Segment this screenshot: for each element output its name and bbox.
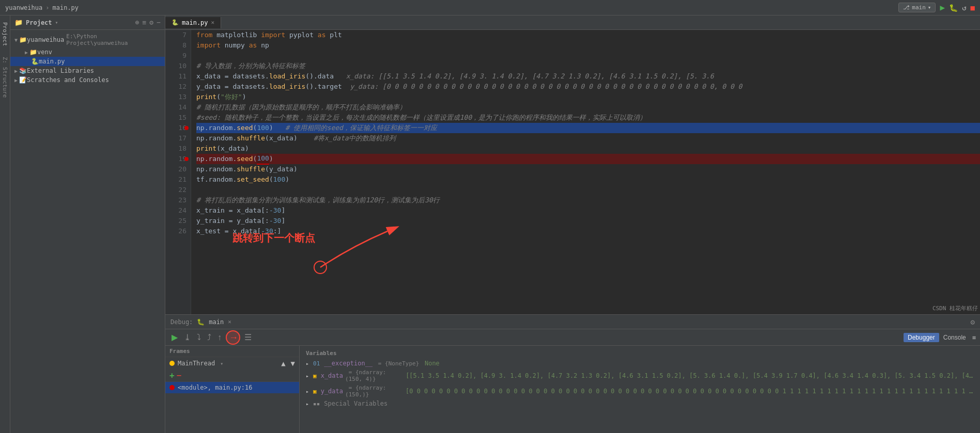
line-num-9: 9 [169, 51, 186, 61]
var-ydata-name: y_data [321, 388, 343, 395]
main-content: Project Z: Structure 📁 Project ▾ ⊕ ≡ ⚙ −… [0, 15, 980, 433]
code-line-12: y_data = datasets.load_iris().target y_d… [196, 82, 980, 92]
tree-root[interactable]: ▼ 📁 yuanweihua E:\Python Project\yuanwei… [10, 32, 165, 47]
line-num-16: 16 [169, 123, 186, 133]
tab-close-icon[interactable]: ✕ [211, 19, 215, 26]
expand-arrow-icon: ▼ [14, 37, 18, 43]
reload-button[interactable]: ↺ [962, 4, 966, 12]
debug-session-icon: 🐛 [197, 318, 205, 326]
tree-item-venv[interactable]: ▶ 📁 venv [10, 47, 165, 57]
scratches-icon: 📝 [19, 76, 27, 84]
code-line-11: x_data = datasets.load_iris().data x_dat… [196, 71, 980, 82]
frames-panel: Frames MainThread ▾ ▲ ▼ + − [165, 346, 300, 433]
var-xdata-expand-icon[interactable]: ▸ [306, 373, 309, 379]
var-exception-name: __exception__ [324, 360, 372, 367]
tab-label: main.py [182, 19, 208, 26]
line-numbers: 7 8 9 10 11 12 13 14 15 16 17 18 19 20 2… [165, 30, 191, 314]
structure-side-tab[interactable]: Z: Structure [0, 53, 10, 102]
file-tree: ▼ 📁 yuanweihua E:\Python Project\yuanwei… [10, 30, 165, 433]
var-xdata[interactable]: ▸ ▣ x_data = {ndarray: (150, 4)} [[5.1 3… [302, 368, 978, 383]
line-num-18: 18 [169, 143, 186, 154]
line-num-25: 25 [169, 216, 186, 226]
debug-session-close[interactable]: ✕ [228, 318, 231, 325]
project-side-tab[interactable]: Project [0, 18, 10, 50]
breadcrumb: yuanweihua › main.py [5, 4, 79, 11]
var-ydata-expand-icon[interactable]: ▸ [306, 389, 309, 394]
code-line-13: print("你好") [196, 92, 980, 102]
tree-item-mainpy[interactable]: 🐍 main.py [10, 57, 165, 66]
line-num-10: 10 [169, 61, 186, 71]
evaluate-button[interactable]: ☰ [242, 331, 254, 343]
minimize-icon[interactable]: − [157, 19, 161, 26]
chevron-down-icon: ▾ [928, 4, 931, 11]
run-to-cursor-button[interactable]: ↑ [215, 332, 224, 343]
run-button[interactable]: ▶ [940, 3, 945, 12]
step-out-button[interactable]: ⤴ [205, 332, 213, 343]
frame-item-mainthread[interactable]: MainThread ▾ ▲ ▼ [165, 357, 299, 370]
debugger-tab[interactable]: Debugger [904, 333, 939, 342]
editor-tab-mainpy[interactable]: 🐍 main.py ✕ [165, 17, 221, 28]
debug-panel: Debug: 🐛 main ✕ ⚙ ▶ ⤓ ⤵ ⤴ ↑ → ☰ Debugger… [165, 314, 980, 433]
collapse-icon[interactable]: ≡ [143, 19, 147, 26]
var-ydata[interactable]: ▸ ▣ y_data = {ndarray: (150,)} [0 0 0 0 … [302, 383, 978, 399]
branch-label: main [912, 4, 926, 11]
code-line-8: import numpy as np [196, 40, 980, 51]
frame-item-module[interactable]: <module>, main.py:16 [165, 382, 299, 393]
panel-icons: ⊕ ≡ ⚙ − [135, 19, 161, 26]
root-folder-name: yuanweihua [27, 36, 64, 43]
extlibs-arrow-icon: ▶ [14, 68, 18, 74]
var-exception-type: = {NoneType} [375, 360, 423, 367]
var-special[interactable]: ▸ ▪▪ Special Variables [302, 399, 978, 408]
var-special-icon: ▪▪ [313, 400, 320, 407]
chevron-down-icon: ▾ [220, 361, 223, 366]
stop-button[interactable]: ■ [971, 4, 975, 12]
var-special-expand-icon[interactable]: ▸ [306, 401, 309, 407]
var-exception[interactable]: ▸ 01 __exception__ = {NoneType} None [302, 359, 978, 368]
debug-button[interactable]: 🐛 [949, 4, 958, 12]
locate-icon[interactable]: ⊕ [135, 19, 139, 26]
frame-up-icon[interactable]: ▲ [281, 359, 285, 367]
debug-toolbar: ▶ ⤓ ⤵ ⤴ ↑ → ☰ Debugger Console ≡ [165, 329, 980, 346]
code-line-9 [196, 51, 980, 61]
mainpy-label: main.py [39, 58, 65, 65]
toolbar-list-icon[interactable]: ≡ [972, 334, 976, 341]
tree-item-scratches[interactable]: ▶ 📝 Scratches and Consoles [10, 75, 165, 85]
remove-frame-icon[interactable]: − [177, 371, 182, 380]
debug-gear-icon[interactable]: ⚙ [971, 318, 975, 326]
active-frame-dot-icon [169, 385, 175, 390]
line-num-15: 15 [169, 113, 186, 123]
line-num-14: 14 [169, 102, 186, 113]
step-into-button[interactable]: ⤵ [195, 332, 203, 343]
next-breakpoint-button[interactable]: → [226, 330, 240, 345]
top-bar-actions: ⎇ main ▾ ▶ 🐛 ↺ ■ [898, 3, 975, 12]
variables-label: Variables [306, 350, 337, 357]
step-over-button[interactable]: ⤓ [182, 331, 193, 343]
branch-button[interactable]: ⎇ main ▾ [898, 3, 936, 12]
line-num-11: 11 [169, 71, 186, 82]
code-line-20: np.random.shuffle(y_data) [196, 164, 980, 174]
frames-header: Frames [165, 346, 299, 357]
frame-module-label: <module>, main.py:16 [178, 384, 253, 391]
frame-mainthread-label: MainThread [178, 360, 215, 367]
var-xdata-type: = {ndarray: (150, 4)} [345, 369, 403, 382]
code-line-21: tf.random.set_seed(100) [196, 174, 980, 185]
code-editor[interactable]: 7 8 9 10 11 12 13 14 15 16 17 18 19 20 2… [165, 30, 980, 314]
resume-button[interactable]: ▶ [169, 331, 180, 343]
line-num-7: 7 [169, 30, 186, 40]
settings-icon[interactable]: ⚙ [149, 19, 153, 26]
debug-label: Debug: [170, 318, 193, 326]
line-num-20: 20 [169, 164, 186, 174]
code-line-10: # 导入数据，分别为输入特征和标签 [196, 61, 980, 71]
tree-item-extlibs[interactable]: ▶ 📚 External Libraries [10, 66, 165, 75]
line-num-12: 12 [169, 82, 186, 92]
frame-down-icon[interactable]: ▼ [291, 359, 295, 367]
debug-session-name: main [209, 318, 224, 326]
var-expand-icon: ▸ [306, 361, 309, 366]
panel-header: 📁 Project ▾ ⊕ ≡ ⚙ − [10, 15, 165, 30]
project-panel: 📁 Project ▾ ⊕ ≡ ⚙ − ▼ 📁 yuanweihua E:\Py… [10, 15, 165, 433]
line-num-24: 24 [169, 205, 186, 216]
console-tab[interactable]: Console [941, 333, 968, 342]
breadcrumb-project[interactable]: yuanweihua [5, 4, 42, 11]
add-frame-icon[interactable]: + [169, 371, 175, 380]
venv-arrow-icon: ▶ [25, 50, 28, 55]
